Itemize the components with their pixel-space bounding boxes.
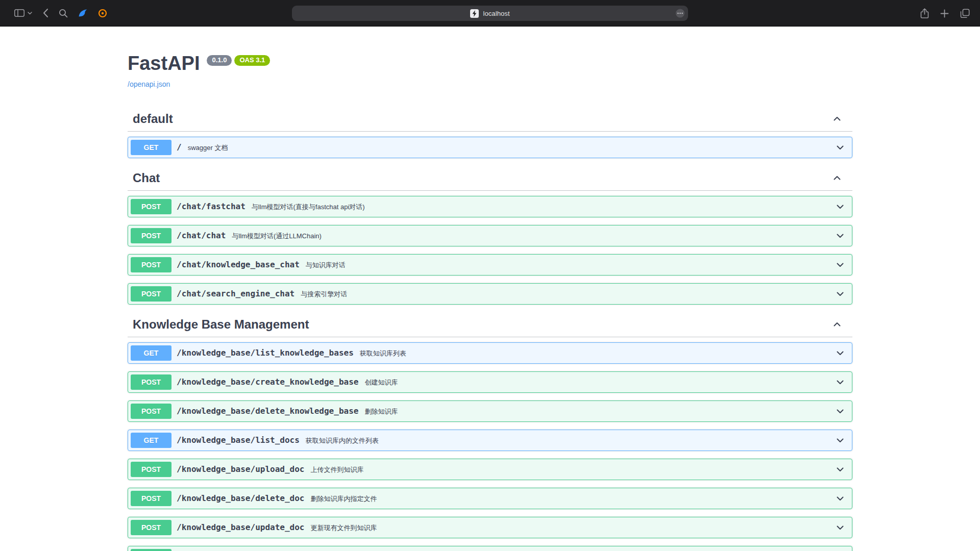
http-method-badge: GET [131,345,172,361]
url-text: localhost [483,10,509,17]
search-icon [59,9,68,18]
endpoint-description: 创建知识库 [363,377,835,387]
tabs-overview-button[interactable] [960,9,970,18]
http-method-badge: GET [131,140,172,155]
operation-row[interactable]: POST /knowledge_base/upload_doc 上传文件到知识库 [128,459,852,480]
extension-orange-icon [98,9,107,18]
operation-summary[interactable]: POST /chat/search_engine_chat 与搜索引擎对话 [128,284,852,304]
chevron-down-icon[interactable] [835,522,845,533]
back-button[interactable] [42,8,48,18]
endpoint-path: /knowledge_base/upload_doc [177,464,304,474]
favicon-bolt-icon [470,9,479,18]
http-method-badge: POST [131,257,172,272]
chevron-down-icon [28,12,32,15]
operation-summary[interactable]: POST /knowledge_base/recreate_vector_sto… [128,546,852,551]
endpoint-description: 更新现有文件到知识库 [309,522,835,533]
operation-row[interactable]: POST /chat/knowledge_base_chat 与知识库对话 [128,254,852,276]
back-icon [42,8,48,18]
chevron-down-icon[interactable] [835,377,845,387]
operation-summary[interactable]: POST /chat/fastchat 与llm模型对话(直接与fastchat… [128,196,852,217]
http-method-badge: POST [131,462,172,477]
endpoint-path: /chat/chat [177,231,226,240]
operation-row[interactable]: POST /knowledge_base/update_doc 更新现有文件到知… [128,517,852,538]
tag-section: Knowledge Base Management GET /knowledge… [128,312,852,551]
browser-left-controls [14,8,107,18]
operation-summary[interactable]: POST /knowledge_base/delete_doc 删除知识库内指定… [128,488,852,509]
tag-header[interactable]: Chat [128,166,852,191]
endpoint-description: 上传文件到知识库 [309,464,835,474]
operation-row[interactable]: POST /chat/search_engine_chat 与搜索引擎对话 [128,283,852,305]
http-method-badge: POST [131,228,172,243]
tag-title: default [133,112,173,126]
http-method-badge: POST [131,199,172,214]
chevron-up-icon[interactable] [832,319,842,330]
sidebar-icon [14,9,24,17]
operation-row[interactable]: POST /knowledge_base/create_knowledge_ba… [128,371,852,393]
extension-button-orange[interactable] [98,9,107,18]
browser-right-controls [920,0,970,27]
http-method-badge: POST [131,404,172,419]
chevron-down-icon[interactable] [835,348,845,358]
endpoint-description: swagger 文档 [187,142,835,153]
sidebar-toggle-button[interactable] [14,9,32,17]
operation-summary[interactable]: POST /knowledge_base/delete_knowledge_ba… [128,401,852,421]
endpoint-description: 删除知识库内指定文件 [309,493,835,504]
operation-row[interactable]: POST /knowledge_base/recreate_vector_sto… [128,546,852,551]
chevron-down-icon[interactable] [835,142,845,153]
chevron-down-icon[interactable] [835,493,845,504]
operation-summary[interactable]: GET /knowledge_base/list_knowledge_bases… [128,343,852,363]
endpoint-path: / [177,142,182,152]
share-icon [920,8,929,19]
endpoint-path: /knowledge_base/delete_knowledge_base [177,406,358,416]
endpoint-description: 与知识库对话 [305,260,835,270]
operation-summary[interactable]: POST /chat/knowledge_base_chat 与知识库对话 [128,255,852,275]
openapi-spec-link[interactable]: /openapi.json [128,80,170,88]
tag-section: default GET / swagger 文档 [128,107,852,158]
share-button[interactable] [920,8,929,19]
endpoint-path: /knowledge_base/delete_doc [177,493,304,503]
endpoint-description: 删除知识库 [363,406,835,416]
operation-row[interactable]: GET /knowledge_base/list_docs 获取知识库内的文件列… [128,430,852,451]
operation-summary[interactable]: POST /knowledge_base/create_knowledge_ba… [128,372,852,392]
operation-summary[interactable]: POST /chat/chat 与llm模型对话(通过LLMChain) [128,226,852,246]
chevron-up-icon[interactable] [832,173,842,183]
endpoint-path: /chat/fastchat [177,202,246,211]
operation-row[interactable]: GET /knowledge_base/list_knowledge_bases… [128,342,852,364]
api-content: FastAPI 0.1.0 OAS 3.1 /openapi.json defa… [117,52,863,551]
extension-button-blue[interactable] [78,9,88,17]
chevron-down-icon[interactable] [835,231,845,241]
operation-summary[interactable]: POST /knowledge_base/upload_doc 上传文件到知识库 [128,459,852,480]
tag-header[interactable]: Knowledge Base Management [128,312,852,337]
new-tab-icon [940,9,949,18]
endpoint-path: /knowledge_base/create_knowledge_base [177,377,358,387]
endpoint-path: /knowledge_base/list_docs [177,435,300,445]
chevron-down-icon[interactable] [835,406,845,416]
tag-title: Chat [133,171,160,185]
operation-summary[interactable]: GET /knowledge_base/list_docs 获取知识库内的文件列… [128,430,852,450]
chevron-down-icon[interactable] [835,260,845,270]
operation-row[interactable]: POST /knowledge_base/delete_doc 删除知识库内指定… [128,488,852,509]
new-tab-button[interactable] [940,9,949,18]
operation-row[interactable]: GET / swagger 文档 [128,137,852,158]
chevron-down-icon[interactable] [835,289,845,299]
sections-container: default GET / swagger 文档 Chat POST /chat… [128,107,852,551]
chevron-down-icon[interactable] [835,464,845,474]
page-menu-button[interactable] [675,9,685,18]
operation-row[interactable]: POST /chat/fastchat 与llm模型对话(直接与fastchat… [128,196,852,217]
oas-badge: OAS 3.1 [234,55,270,66]
page-title: FastAPI [128,52,200,76]
chevron-down-icon[interactable] [835,202,845,212]
operation-row[interactable]: POST /knowledge_base/delete_knowledge_ba… [128,400,852,422]
extension-blue-icon [78,9,88,17]
endpoint-path: /chat/search_engine_chat [177,289,295,298]
search-button[interactable] [59,9,68,18]
chevron-up-icon[interactable] [832,114,842,124]
chevron-down-icon[interactable] [835,435,845,445]
endpoint-description: 与llm模型对话(通过LLMChain) [231,231,835,241]
address-bar[interactable]: localhost [292,6,688,21]
swagger-page: FastAPI 0.1.0 OAS 3.1 /openapi.json defa… [0,52,980,551]
operation-row[interactable]: POST /chat/chat 与llm模型对话(通过LLMChain) [128,225,852,246]
tag-header[interactable]: default [128,107,852,132]
operation-summary[interactable]: POST /knowledge_base/update_doc 更新现有文件到知… [128,517,852,538]
operation-summary[interactable]: GET / swagger 文档 [128,137,852,158]
